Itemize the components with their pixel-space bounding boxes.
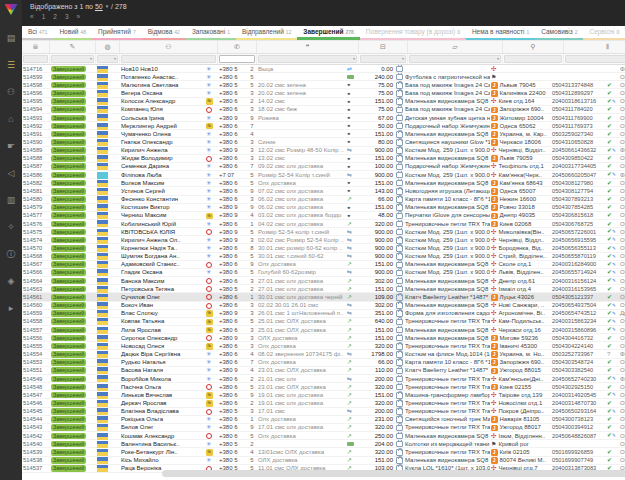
tab-Відмова[interactable]: Відмова42 — [142, 26, 186, 40]
sales-tag: Опт L — [619, 366, 625, 374]
comment: Рожева — [257, 114, 346, 122]
tracking-number: 20450657226001 — [551, 228, 606, 236]
hand-icon[interactable]: ☛ — [0, 133, 22, 160]
client-name: Гладик Оксана — [120, 268, 205, 276]
phone-number: +380 6 — [218, 317, 247, 325]
column-filter-input[interactable]: ▾ — [409, 55, 501, 63]
page-number[interactable]: 2 — [53, 13, 57, 20]
city-cell: ✣Миколаївка(Він.. — [490, 228, 551, 236]
amount: 143.00 — [359, 187, 395, 195]
tab-Повернення товару (в дорозі)[interactable]: Повернення товару (в дорозі)0 — [360, 26, 466, 40]
client-name: Жидак Володимир — [120, 154, 205, 162]
check-cell: ✔ — [606, 154, 619, 162]
country-flag-icon — [97, 212, 108, 219]
status-cell: Завершений — [50, 130, 96, 138]
stats-icon[interactable]: ▥ — [0, 187, 22, 214]
order-id: 514598 — [22, 81, 50, 89]
client-name: Линьков Вячеслав — [120, 391, 205, 399]
tracking-number: 0501699926859 — [551, 448, 606, 456]
tab-Прийнятий[interactable]: Прийнятий7 — [92, 26, 142, 40]
product-bag-icon — [396, 123, 403, 130]
column-filter-input[interactable]: ▾ — [360, 55, 406, 63]
tab-Самовивіз[interactable]: Самовивіз2 — [535, 26, 583, 40]
amount: 151.00 — [359, 334, 395, 342]
last-page-icon[interactable]: » — [77, 13, 81, 20]
column-filter-input[interactable] — [23, 55, 48, 63]
quantity: 3 — [247, 301, 257, 309]
sales-tag: Опт L — [619, 138, 625, 146]
comment: 13.02 смс — [257, 154, 346, 162]
column-filter-input[interactable] — [504, 55, 562, 63]
phone-number: +380 6 — [218, 162, 247, 170]
orders-icon[interactable]: ☰ — [0, 52, 22, 79]
sales-tag: Опт L — [619, 399, 625, 407]
first-page-icon[interactable]: « — [30, 13, 34, 20]
column-filter-input[interactable]: ▾ — [258, 55, 357, 63]
column-filter-input[interactable]: ▾ — [97, 55, 118, 63]
source-cell: ✳ — [205, 358, 218, 366]
chevron-down-icon[interactable]: ▼ — [105, 4, 109, 9]
check-cell: ✔✎ — [606, 325, 619, 334]
comment: Олх доставка — [257, 432, 346, 440]
client-name: Адамовский Станис.. — [120, 260, 205, 268]
integrations-icon[interactable]: ✧ — [0, 214, 22, 241]
amount: 151.00 — [359, 260, 395, 268]
country-cell — [96, 342, 120, 350]
sales-tag: Опт L — [619, 187, 625, 195]
payment-icon: ⇆ — [347, 229, 352, 235]
comment: 17.01 смс олх доставка — [257, 423, 346, 431]
column-filter-input[interactable]: ▾ — [51, 55, 94, 63]
page-size-dropdown[interactable]: 50 — [95, 3, 103, 10]
page-number[interactable]: 1 — [42, 13, 46, 20]
payment-icon — [347, 442, 354, 447]
delivery-city: Нежин 16600 — [500, 196, 537, 202]
tab-Завершений[interactable]: Завершений278 — [297, 26, 359, 40]
shield-icon[interactable]: ◈ — [0, 268, 22, 295]
company-icon[interactable]: ⌂ — [0, 106, 22, 133]
source-icon — [206, 303, 212, 309]
client-name: Філіпова Люба — [120, 171, 205, 179]
tab-Нема в наявності[interactable]: Нема в наявності1 — [466, 26, 535, 40]
payment-icon: ↗ — [347, 335, 352, 341]
tab-Всі[interactable]: Всі471 — [22, 26, 53, 40]
payment-cell: ⇆ — [346, 252, 359, 260]
tracking-number: 20400316153965 — [551, 285, 606, 293]
column-filter-input[interactable] — [219, 55, 255, 63]
delivery-city: Киев 02155 — [500, 384, 532, 390]
horizontal-scrollbar[interactable] — [162, 470, 625, 477]
tab-Сервісні[interactable]: Сервісні0 — [583, 26, 625, 40]
column-filter-input[interactable] — [121, 55, 216, 63]
sales-tag: Опт L — [619, 228, 625, 236]
source-cell: ✳ — [205, 114, 218, 122]
pencil-icon: ✎ — [612, 327, 616, 332]
phone-number: +380 6 — [218, 423, 247, 431]
page-number[interactable]: 3 — [65, 13, 69, 20]
tab-Новий[interactable]: Новий48 — [53, 26, 92, 40]
clients-icon[interactable]: ⚇ — [0, 79, 22, 106]
app-logo[interactable] — [5, 4, 18, 15]
country-cell — [96, 423, 120, 431]
video-icon[interactable]: ▸ — [0, 295, 22, 322]
status-cell: Завершений — [50, 97, 96, 105]
check-cell: ✔✎ — [606, 146, 619, 155]
order-id: 514574 — [22, 236, 50, 244]
country-flag-icon — [97, 196, 108, 203]
dashboard-icon[interactable]: ▤ — [0, 25, 22, 52]
megaphone-icon[interactable]: ◁ — [0, 160, 22, 187]
source-cell: ✳ — [205, 187, 218, 195]
tab-Запаковані[interactable]: Запаковані1 — [186, 26, 236, 40]
sales-tag: Опт L — [619, 260, 625, 268]
product-bag-icon — [396, 302, 403, 309]
pencil-icon: ✎ — [612, 409, 616, 414]
comment: 27.01 смс олх доставка — [257, 285, 346, 293]
delivery-city: Ізюм, Відділенн.. — [498, 433, 545, 439]
order-id: 514558 — [22, 317, 50, 325]
info-icon[interactable]: ⓘ — [0, 241, 22, 268]
tab-Відправлений[interactable]: Відправлений12 — [236, 26, 297, 40]
column-filter-input[interactable] — [565, 55, 625, 63]
country-flag-icon — [97, 180, 108, 187]
phone-number: +380 6 — [218, 432, 247, 440]
source-cell: fb — [205, 97, 218, 105]
country-flag-icon — [97, 245, 108, 252]
amount: 75.00 — [359, 81, 395, 89]
